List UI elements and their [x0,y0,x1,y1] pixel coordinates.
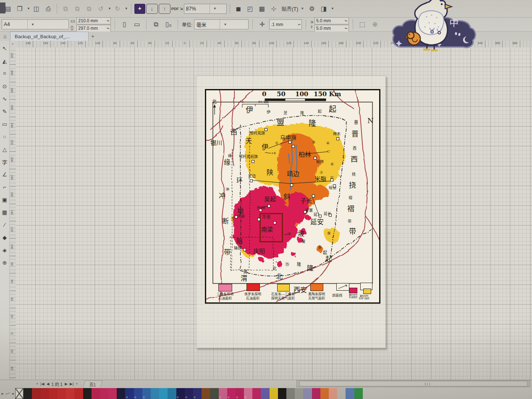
options-button[interactable]: ⚙ [307,3,317,14]
color-swatch[interactable]: 0 [125,388,134,399]
duplicate-x-field[interactable]: 5.0 mm▾▴ [314,17,349,24]
color-swatch[interactable] [320,388,329,399]
color-swatch[interactable] [100,388,108,399]
tool-pick[interactable]: ↖ [0,42,9,55]
add-page-button[interactable]: + [36,382,38,386]
page-tab[interactable]: 页1 [83,381,102,388]
color-swatch[interactable] [346,388,354,399]
tool-more-tools[interactable]: ⊕ [0,256,9,269]
page-width-field[interactable]: 210.0 mm▾▴ [76,17,111,24]
color-swatch[interactable] [261,388,269,399]
tool-text[interactable]: 字 [0,155,9,168]
color-swatch[interactable] [92,388,100,399]
color-swatch[interactable]: 0 [244,388,252,399]
next-page-button[interactable]: ▶ [65,382,68,386]
save-document-button[interactable]: ◫ [31,3,42,14]
color-swatch[interactable] [24,388,32,399]
color-swatch[interactable] [58,388,66,399]
palette-scroll-left[interactable]: ◂ [10,391,15,396]
color-swatch[interactable] [312,388,320,399]
zoom-level-combo[interactable]: 87%▼ [184,4,227,14]
add-page-button-2[interactable]: + [76,382,78,386]
color-swatch[interactable] [303,388,312,399]
tool-freehand[interactable]: ∿ [0,92,9,105]
page-height-field[interactable]: 297.0 mm▾▴ [76,25,111,32]
redo-button[interactable]: ↻ [112,3,123,14]
duplicate-y-field[interactable]: 5.0 mm▾▴ [314,25,349,32]
color-swatch[interactable] [83,388,92,399]
copy-button[interactable]: ⧉ [72,3,83,14]
tool-smart-fill[interactable]: ◈ [0,244,9,256]
current-page-button[interactable]: ▯₀ [163,19,174,30]
units-combo[interactable]: 毫米 ▼ [194,19,249,29]
landscape-button[interactable]: ▭ [131,19,142,30]
color-swatch[interactable] [41,388,49,399]
tool-zoom[interactable]: ⊙ [0,80,9,92]
launch-app-button[interactable]: ✦ [134,4,145,14]
new-tab-button[interactable]: + [89,33,97,39]
first-page-button[interactable]: |◀ [40,382,44,386]
color-swatch[interactable] [49,388,58,399]
portrait-button[interactable]: ▯ [119,19,130,30]
prev-page-button[interactable]: ◀ [47,382,50,386]
color-swatch[interactable]: 0 [236,388,244,399]
home-icon[interactable]: ⌂ [0,32,10,40]
tool-connector[interactable]: ⌐ [0,181,9,193]
vertical-ruler[interactable]: 3203002802602402202001801601401201008060… [9,47,16,380]
document-tab[interactable]: Backup_of_Backup_of_... [10,32,89,41]
drawing-canvas[interactable]: 050100150 Km050 km北伊盟隆起伊翌隆起晋N晋西挠褶带西挠褶带西银… [16,47,532,380]
color-swatch[interactable]: 0 [227,388,236,399]
color-swatch[interactable]: 0 [142,388,151,399]
color-swatch[interactable] [286,388,295,399]
ruler-origin[interactable]: + [9,41,16,48]
all-pages-button[interactable]: ⧉ [150,19,161,30]
color-swatch[interactable] [151,388,159,399]
tool-artistic-media[interactable]: ✎ [0,105,9,118]
nudge-field[interactable]: .1 mm▴▾ [269,19,302,29]
map-object[interactable]: 050100150 Km050 km北伊盟隆起伊翌隆起晋N晋西挠褶带西挠褶带西银… [205,89,380,304]
view-guides-button[interactable]: ⊹ [268,3,279,14]
page-preset-combo[interactable]: A4 ▼ [2,19,69,29]
color-swatch[interactable] [66,388,74,399]
window-options-button[interactable]: ◨ [318,3,329,14]
color-swatch[interactable] [168,388,176,399]
horizontal-scrollbar[interactable] [296,380,530,387]
snap-to-dropdown[interactable]: 贴齐(T)▼ [280,5,306,12]
color-swatch[interactable] [270,388,278,399]
color-swatch[interactable] [329,388,337,399]
export-button[interactable]: ↑ [159,4,170,14]
tool-interactive-fill[interactable]: ◆ [0,231,9,244]
tool-rectangle[interactable]: ▭ [0,118,9,130]
open-document-button[interactable]: ❒ [14,3,25,14]
color-swatch[interactable] [202,388,210,399]
color-swatch[interactable]: 0 [176,388,185,399]
tool-crop[interactable]: ⌗ [0,67,9,80]
color-swatch[interactable] [278,388,286,399]
color-swatch[interactable] [252,388,261,399]
tool-polygon[interactable]: △ [0,143,9,155]
view-layout-button[interactable]: ◰ [245,3,256,14]
print-document-button[interactable]: ⎙ [43,3,54,14]
tool-dimension[interactable]: ∠ [0,168,9,181]
color-swatch[interactable]: 0 [134,388,142,399]
tool-drop-shadow[interactable]: ▣ [0,193,9,206]
view-grid-button[interactable]: ▦ [257,3,267,14]
cut-button[interactable]: ⧉ [60,3,71,14]
scrollbar-thumb[interactable] [299,381,527,386]
publish-pdf-button[interactable]: PDF ⇲ [171,3,183,14]
color-swatch[interactable] [210,388,218,399]
color-swatch[interactable]: 0 [193,388,202,399]
tool-ellipse[interactable]: ○ [0,130,9,143]
color-swatch[interactable] [159,388,168,399]
color-swatch[interactable] [32,388,40,399]
color-swatch[interactable] [74,388,83,399]
treat-as-filled-button[interactable]: ⬚ [357,19,368,30]
tool-shape[interactable]: ◭ [0,55,9,67]
color-swatch[interactable] [295,388,303,399]
tool-transparency[interactable]: ▦ [0,206,9,218]
tool-eyedropper[interactable]: ∕ [0,218,9,231]
import-button[interactable]: ↓ [146,4,158,14]
color-swatch[interactable] [337,388,346,399]
undo-button[interactable]: ↺ [95,3,106,14]
color-swatch[interactable]: 5 [219,388,227,399]
